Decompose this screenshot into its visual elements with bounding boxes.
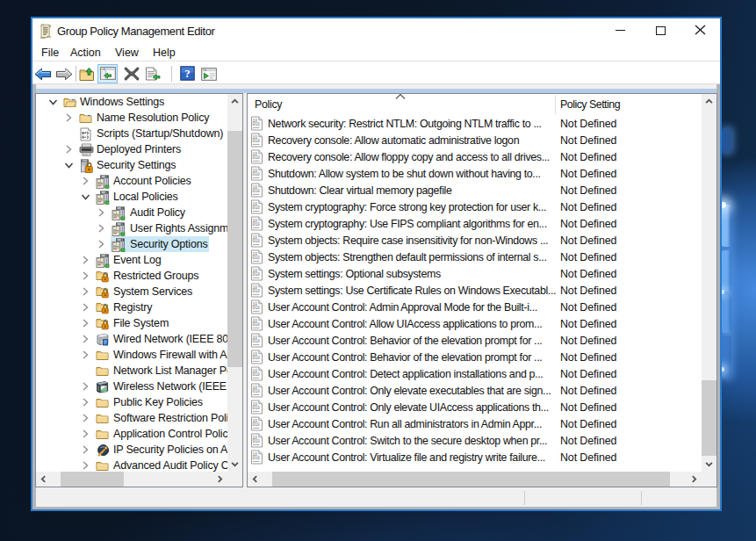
- svg-text:010: 010: [253, 139, 261, 143]
- svg-text:010: 010: [253, 122, 261, 126]
- svg-text:010: 010: [253, 339, 261, 343]
- svg-text:010: 010: [253, 256, 261, 260]
- svg-text:010: 010: [253, 406, 261, 410]
- svg-text:010: 010: [253, 306, 261, 310]
- svg-text:010: 010: [253, 222, 261, 227]
- svg-text:010: 010: [253, 439, 261, 444]
- svg-text:010: 010: [253, 189, 261, 193]
- svg-text:010: 010: [253, 206, 261, 210]
- svg-text:?: ?: [184, 67, 191, 80]
- svg-text:010: 010: [253, 155, 261, 160]
- svg-text:010: 010: [253, 239, 261, 243]
- svg-text:010: 010: [253, 356, 261, 360]
- svg-text:010: 010: [253, 272, 261, 277]
- svg-text:010: 010: [253, 372, 261, 377]
- svg-text:010: 010: [253, 422, 261, 427]
- svg-text:010: 010: [253, 456, 261, 460]
- svg-text:010: 010: [253, 289, 261, 293]
- svg-text:010: 010: [253, 389, 261, 393]
- svg-text:010: 010: [253, 172, 261, 177]
- svg-text:010: 010: [253, 322, 261, 327]
